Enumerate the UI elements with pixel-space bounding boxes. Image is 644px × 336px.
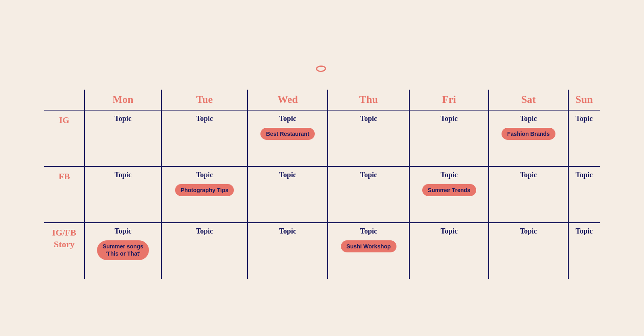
cell-row1-col3: Topic — [328, 166, 409, 223]
header-tue: Tue — [161, 90, 248, 110]
cell-row2-col6: Topic — [568, 223, 600, 279]
cell-row0-col0: Topic — [85, 110, 161, 166]
cell-row1-col6: Topic — [568, 166, 600, 223]
cell-row0-col5: TopicFashion Brands — [489, 110, 568, 166]
topic-row0-col6: Topic — [572, 115, 597, 123]
cell-row1-col4: TopicSummer Trends — [409, 166, 489, 223]
topic-row2-col4: Topic — [413, 227, 485, 236]
tag-row1-col1: Photography Tips — [175, 184, 234, 196]
header-sat: Sat — [489, 90, 568, 110]
tag-row0-col5: Fashion Brands — [502, 128, 555, 140]
header-sun: Sun — [568, 90, 600, 110]
topic-row2-col0: Topic — [88, 227, 158, 236]
cell-row2-col4: Topic — [409, 223, 489, 279]
title-area — [44, 49, 600, 74]
tag-row2-col0: Summer songs'This or That' — [97, 240, 149, 260]
header-mon: Mon — [85, 90, 161, 110]
cell-row0-col4: Topic — [409, 110, 489, 166]
tag-row0-col2: Best Restaurant — [260, 128, 315, 140]
cell-row2-col1: Topic — [161, 223, 248, 279]
topic-row1-col1: Topic — [165, 171, 244, 179]
cell-row0-col3: Topic — [328, 110, 409, 166]
topic-row2-col3: Topic — [331, 227, 406, 236]
row-header-IG: IG — [44, 110, 85, 166]
cell-row2-col0: TopicSummer songs'This or That' — [85, 223, 161, 279]
topic-row1-col6: Topic — [572, 171, 597, 179]
cell-row2-col5: Topic — [489, 223, 568, 279]
tag-row1-col4: Summer Trends — [422, 184, 476, 196]
cell-row1-col1: TopicPhotography Tips — [161, 166, 248, 223]
row-header-IGFBStory: IG/FBStory — [44, 223, 85, 279]
topic-row2-col1: Topic — [165, 227, 244, 236]
cell-row0-col2: TopicBest Restaurant — [248, 110, 328, 166]
topic-row2-col6: Topic — [572, 227, 597, 236]
topic-row0-col2: Topic — [251, 115, 324, 123]
header-wed: Wed — [248, 90, 328, 110]
calendar-table: Mon Tue Wed Thu Fri Sat Sun IGTopicTopic… — [44, 90, 600, 279]
cell-row2-col3: TopicSushi Workshop — [328, 223, 409, 279]
topic-row2-col2: Topic — [251, 227, 324, 236]
topic-row1-col0: Topic — [88, 171, 158, 179]
cell-row0-col1: Topic — [161, 110, 248, 166]
topic-row0-col4: Topic — [413, 115, 485, 123]
topic-row1-col5: Topic — [492, 171, 564, 179]
cell-row1-col0: Topic — [85, 166, 161, 223]
topic-row1-col2: Topic — [251, 171, 324, 179]
page-container: Mon Tue Wed Thu Fri Sat Sun IGTopicTopic… — [20, 33, 624, 303]
header-empty — [44, 90, 85, 110]
topic-row2-col5: Topic — [492, 227, 564, 236]
tag-row2-col3: Sushi Workshop — [341, 240, 396, 252]
cell-row1-col2: Topic — [248, 166, 328, 223]
cell-row1-col5: Topic — [489, 166, 568, 223]
topic-row0-col5: Topic — [492, 115, 564, 123]
topic-row0-col0: Topic — [88, 115, 158, 123]
cell-row2-col2: Topic — [248, 223, 328, 279]
header-fri: Fri — [409, 90, 489, 110]
cell-row0-col6: Topic — [568, 110, 600, 166]
topic-row0-col3: Topic — [331, 115, 406, 123]
topic-row1-col4: Topic — [413, 171, 485, 179]
topic-row1-col3: Topic — [331, 171, 406, 179]
topic-row0-col1: Topic — [165, 115, 244, 123]
header-thu: Thu — [328, 90, 409, 110]
row-header-FB: FB — [44, 166, 85, 223]
